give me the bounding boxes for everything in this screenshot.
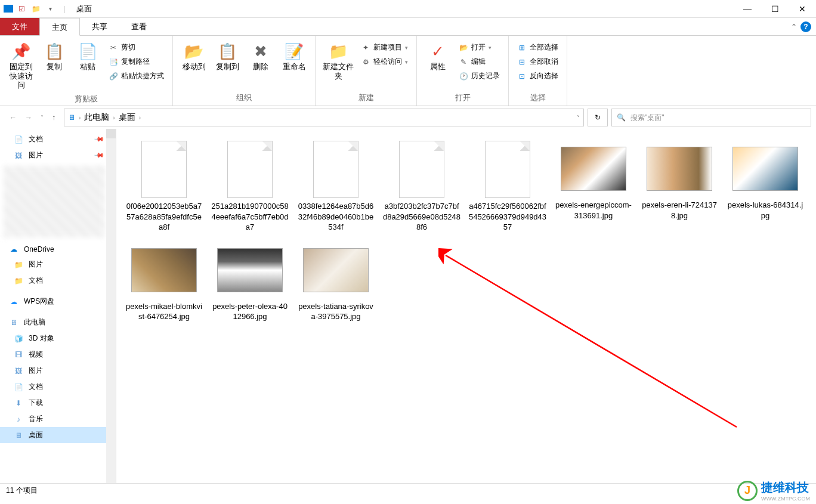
newfolder-icon: 📁 (329, 41, 348, 62)
file-item[interactable]: pexels-energepiccom-313691.jpg (552, 137, 635, 236)
copy-button[interactable]: 📋 复制 (38, 38, 70, 74)
sidebar-item-desktop[interactable]: 🖥桌面 (0, 427, 107, 443)
address-bar: ← → ˅ ↑ 🖥 › 此电脑 › 桌面 › ˅ ↻ 🔍 搜索"桌面" (0, 106, 816, 129)
invert-button[interactable]: ⊡反向选择 (514, 69, 562, 83)
chevron-right-icon[interactable]: › (79, 115, 81, 121)
back-button[interactable]: ← (10, 113, 17, 122)
file-image-thumbnail (303, 248, 369, 292)
sidebar-item-od-pictures[interactable]: 📁图片 (0, 256, 107, 273)
download-icon: ⬇ (13, 399, 24, 407)
file-item[interactable]: a3bf203b2fc37b7c7bfd8a29d5669e08d52488f6 (380, 137, 463, 236)
history-button[interactable]: 🕐历史记录 (455, 69, 503, 83)
sidebar-item-documents[interactable]: 📄文档📌 (0, 131, 107, 147)
edit-icon: ✎ (459, 58, 468, 66)
sidebar-item-downloads[interactable]: ⬇下载 (0, 395, 107, 411)
file-item[interactable]: pexels-eren-li-7241378.jpg (638, 137, 721, 236)
sidebar-item-pictures2[interactable]: 🖼图片 (0, 363, 107, 379)
sidebar-scrollbar[interactable] (106, 129, 116, 483)
qa-check-icon[interactable]: ☑ (16, 3, 27, 15)
sidebar-item-wps[interactable]: ☁WPS网盘 (0, 293, 107, 310)
chevron-right-icon[interactable]: › (139, 115, 141, 121)
collapse-ribbon-icon[interactable]: ⌃ (791, 23, 797, 31)
sidebar-item-videos[interactable]: 🎞视频 (0, 347, 107, 363)
file-item[interactable]: pexels-mikael-blomkvist-6476254.jpg (122, 239, 206, 326)
file-image-thumbnail (732, 147, 798, 191)
refresh-button[interactable]: ↻ (588, 109, 608, 126)
qa-dropdown-icon[interactable]: ▾ (44, 3, 56, 15)
sidebar-item-pictures[interactable]: 🖼图片📌 (0, 147, 107, 163)
newfolder-button[interactable]: 📁新建文件夹 (320, 38, 356, 83)
file-doc-icon (399, 141, 444, 198)
sidebar-item-3d[interactable]: 🧊3D 对象 (0, 330, 107, 347)
rename-button[interactable]: 📝重命名 (278, 38, 310, 74)
paste-shortcut-button[interactable]: 🔗粘贴快捷方式 (105, 69, 168, 83)
file-image-thumbnail (561, 147, 626, 191)
file-name-label: 0f06e20012053eb5a757a628a85fa9efdfc5ea8f (125, 201, 203, 233)
forward-button[interactable]: → (25, 113, 32, 122)
address-input[interactable]: 🖥 › 此电脑 › 桌面 › ˅ (64, 109, 584, 126)
sidebar-item-od-documents[interactable]: 📁文档 (0, 273, 107, 289)
copyto-icon: 📋 (218, 41, 237, 62)
cut-button[interactable]: ✂剪切 (105, 41, 168, 54)
open-icon: 📂 (459, 44, 468, 52)
history-icon: 🕐 (459, 72, 468, 81)
open-button[interactable]: 📂打开▾ (455, 41, 503, 54)
moveto-button[interactable]: 📂移动到 (178, 38, 210, 74)
crumb-thispc[interactable]: 此电脑 (84, 112, 109, 123)
pin-quickaccess-button[interactable]: 📌 固定到快速访问 (5, 38, 37, 92)
file-item[interactable]: pexels-lukas-684314.jpg (724, 137, 807, 236)
app-icon (4, 5, 13, 13)
sidebar-item-documents2[interactable]: 📄文档 (0, 379, 107, 395)
properties-icon: ✓ (431, 41, 444, 62)
tab-view[interactable]: 查看 (119, 18, 159, 35)
minimize-button[interactable]: — (734, 0, 761, 18)
file-name-label: a46715fc29f560062fbf54526669379d949d4357 (468, 201, 547, 233)
onedrive-icon: ☁ (8, 245, 19, 253)
watermark: J 捷维科技 WWW.ZMTPC.COM (737, 480, 810, 502)
properties-button[interactable]: ✓属性 (422, 38, 454, 74)
picture-icon: 🖼 (13, 151, 24, 160)
addr-dropdown-icon[interactable]: ˅ (577, 115, 580, 121)
edit-button[interactable]: ✎编辑 (455, 55, 503, 69)
selectall-button[interactable]: ⊞全部选择 (514, 41, 562, 54)
group-new-label: 新建 (320, 91, 412, 104)
file-item[interactable]: a46715fc29f560062fbf54526669379d949d4357 (466, 137, 549, 236)
close-button[interactable]: ✕ (789, 0, 816, 18)
tab-home[interactable]: 主页 (39, 18, 80, 36)
recent-dropdown[interactable]: ˅ (41, 115, 44, 121)
file-doc-icon (141, 141, 187, 198)
paste-button[interactable]: 📄 粘贴 (72, 38, 104, 74)
selectnone-button[interactable]: ⊟全部取消 (514, 55, 562, 69)
search-input[interactable]: 🔍 搜索"桌面" (611, 109, 811, 126)
file-name-label: 251a281b1907000c584eeefaf6a7c5bff7eb0da7 (211, 201, 289, 233)
file-image-thumbnail (647, 147, 712, 191)
help-icon[interactable]: ? (800, 21, 811, 32)
tab-file[interactable]: 文件 (0, 18, 39, 35)
file-item[interactable]: 0f06e20012053eb5a757a628a85fa9efdfc5ea8f (122, 137, 206, 236)
file-item[interactable]: pexels-tatiana-syrikova-3975575.jpg (294, 239, 378, 326)
pin-icon: 📌 (93, 134, 104, 145)
delete-button[interactable]: ✖删除 (245, 38, 277, 74)
crumb-desktop[interactable]: 桌面 (119, 112, 135, 123)
sidebar-item-thispc[interactable]: 🖥此电脑 (0, 314, 107, 330)
title-bar: ☑ 📁 ▾ | 桌面 — ☐ ✕ (0, 0, 816, 18)
file-item[interactable]: pexels-peter-olexa-4012966.jpg (208, 239, 292, 326)
sidebar-item-onedrive[interactable]: ☁OneDrive (0, 242, 107, 256)
up-button[interactable]: ↑ (52, 113, 55, 122)
tab-share[interactable]: 共享 (80, 18, 119, 35)
file-item[interactable]: 0338fe1264ea87b5d632f46b89de0460b1be534f (294, 137, 378, 236)
file-image-thumbnail (217, 248, 283, 292)
desktop-icon: 🖥 (13, 431, 24, 440)
copypath-button[interactable]: 📑复制路径 (105, 55, 168, 69)
file-name-label: pexels-peter-olexa-4012966.jpg (211, 301, 289, 322)
maximize-button[interactable]: ☐ (761, 0, 789, 18)
file-item[interactable]: 251a281b1907000c584eeefaf6a7c5bff7eb0da7 (208, 137, 292, 236)
easyaccess-button[interactable]: ⚙轻松访问▾ (357, 55, 412, 69)
newitem-button[interactable]: ✦新建项目▾ (357, 41, 412, 54)
folder-icon: 📁 (13, 261, 24, 269)
sidebar-item-music[interactable]: ♪音乐 (0, 411, 107, 427)
file-list-area[interactable]: 0f06e20012053eb5a757a628a85fa9efdfc5ea8f… (116, 129, 816, 483)
copyto-button[interactable]: 📋复制到 (211, 38, 243, 74)
selectnone-icon: ⊟ (517, 58, 527, 66)
chevron-right-icon[interactable]: › (113, 115, 115, 121)
